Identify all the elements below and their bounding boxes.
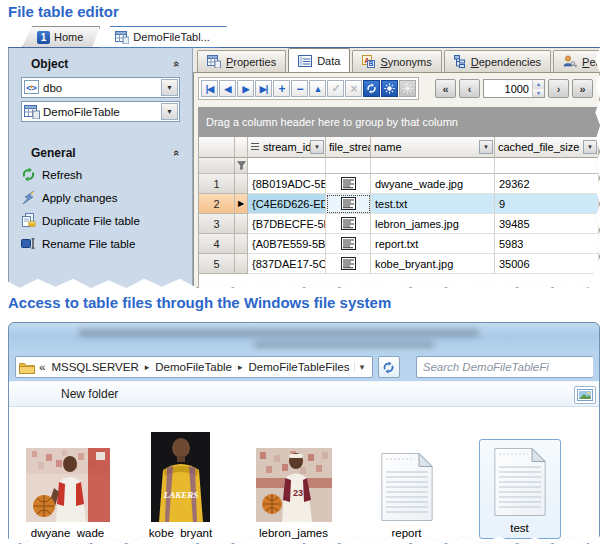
stop-refresh-button[interactable] bbox=[399, 80, 416, 97]
column-header-stream-id[interactable]: stream_id▼ bbox=[248, 137, 326, 158]
cell-stream-id[interactable]: {B7DBECFE-5B bbox=[248, 214, 326, 234]
cell-file-stream[interactable] bbox=[326, 174, 371, 194]
breadcrumb-item[interactable]: MSSQLSERVER bbox=[51, 361, 138, 373]
next-page-button[interactable]: › bbox=[548, 79, 569, 98]
cell-size[interactable]: 29362 bbox=[495, 174, 599, 194]
tab-demofiletable-label: DemoFileTabl... bbox=[133, 31, 209, 43]
explorer-titlebar[interactable] bbox=[9, 323, 599, 353]
cell-size[interactable]: 35006 bbox=[495, 254, 599, 274]
cell-stream-id[interactable]: {8B019ADC-5B bbox=[248, 174, 326, 194]
change-view-button[interactable] bbox=[574, 386, 596, 404]
filter-dropdown-icon[interactable]: ▼ bbox=[583, 140, 597, 154]
cell-name[interactable]: lebron_james.jpg bbox=[371, 214, 495, 234]
object-section-header[interactable]: Object « bbox=[9, 54, 192, 74]
file-item-lebron-james[interactable]: 23 lebron_james bbox=[237, 417, 350, 539]
page-size-value[interactable]: 1000 bbox=[484, 80, 532, 97]
spin-down-icon[interactable]: ▼ bbox=[533, 89, 544, 98]
page-size-spinner[interactable]: 1000 ▲ ▼ bbox=[483, 79, 545, 98]
table-dropdown[interactable]: DemoFileTable ▼ bbox=[21, 101, 180, 122]
table-row[interactable]: 1 {8B019ADC-5B dwyane_wade.jpg 29362 bbox=[199, 174, 599, 194]
filter-dropdown-icon[interactable]: ▼ bbox=[479, 140, 493, 154]
tab-home[interactable]: 1 Home bbox=[22, 26, 100, 47]
refresh-grid-button[interactable] bbox=[363, 80, 380, 97]
column-header-name[interactable]: name▼ bbox=[371, 137, 495, 158]
collapse-chevron-icon[interactable]: « bbox=[171, 61, 183, 67]
cell-file-stream[interactable] bbox=[326, 214, 371, 234]
filter-cell[interactable] bbox=[326, 158, 371, 174]
tab-properties[interactable]: Properties bbox=[197, 50, 286, 72]
cell-stream-id[interactable]: {837DAE17-5C bbox=[248, 254, 326, 274]
schema-icon: <> bbox=[24, 80, 40, 95]
filter-cell[interactable] bbox=[371, 158, 495, 174]
schema-dropdown-arrow[interactable]: ▼ bbox=[161, 79, 178, 96]
cell-name[interactable]: report.txt bbox=[371, 234, 495, 254]
table-dropdown-arrow[interactable]: ▼ bbox=[161, 103, 178, 120]
schema-dropdown[interactable]: <> dbo ▼ bbox=[21, 77, 180, 98]
breadcrumb-overflow-icon[interactable]: « bbox=[39, 361, 45, 373]
column-header-cached-file-size[interactable]: cached_file_size▼ bbox=[495, 137, 599, 158]
search-input[interactable] bbox=[423, 357, 587, 377]
prev-record-button[interactable]: ◀ bbox=[219, 80, 236, 97]
sidebar-item-duplicate-file-table[interactable]: Duplicate File table bbox=[9, 209, 192, 232]
editor-body: Object « <> dbo ▼ DemoFileTable ▼ Genera… bbox=[8, 48, 600, 288]
breadcrumb-item[interactable]: DemoFileTableFiles bbox=[249, 361, 350, 373]
file-item-test-selected[interactable]: test bbox=[463, 417, 576, 539]
group-by-bar[interactable]: Drag a column header here to group by th… bbox=[198, 107, 599, 137]
post-edit-button[interactable]: ✓ bbox=[327, 80, 344, 97]
file-item-dwyane-wade[interactable]: dwyane_wade bbox=[11, 417, 124, 539]
tab-synonyms[interactable]: AB Synonyms bbox=[352, 50, 441, 72]
cell-name[interactable]: dwyane_wade.jpg bbox=[371, 174, 495, 194]
table-row[interactable]: 3 {B7DBECFE-5B lebron_james.jpg 39485 bbox=[199, 214, 599, 234]
cell-stream-id[interactable]: {C4E6D626-ED bbox=[248, 194, 326, 214]
first-record-button[interactable]: |◀ bbox=[201, 80, 218, 97]
cell-file-stream[interactable] bbox=[326, 254, 371, 274]
prev-page-button[interactable]: ‹ bbox=[459, 79, 480, 98]
editor-sidebar: Object « <> dbo ▼ DemoFileTable ▼ Genera… bbox=[9, 48, 193, 288]
cell-size[interactable]: 5983 bbox=[495, 234, 599, 254]
last-record-button[interactable]: ▶| bbox=[255, 80, 272, 97]
address-dropdown-icon[interactable]: ▾ bbox=[354, 362, 370, 372]
first-page-button[interactable]: « bbox=[435, 79, 456, 98]
search-box[interactable] bbox=[416, 356, 593, 378]
filter-cell[interactable] bbox=[495, 158, 599, 174]
home-number-icon: 1 bbox=[37, 31, 50, 44]
cell-size[interactable]: 9 bbox=[495, 194, 599, 214]
cell-stream-id[interactable]: {A0B7E559-5BI bbox=[248, 234, 326, 254]
filter-dropdown-icon[interactable]: ▼ bbox=[310, 140, 324, 154]
filter-cell[interactable] bbox=[248, 158, 326, 174]
address-bar[interactable]: « MSSQLSERVER ▸ DemoFileTable ▸ DemoFile… bbox=[15, 356, 373, 378]
auto-refresh-button[interactable] bbox=[381, 80, 398, 97]
cell-size[interactable]: 39485 bbox=[495, 214, 599, 234]
new-folder-button[interactable]: New folder bbox=[61, 387, 118, 401]
sidebar-item-rename-file-table[interactable]: Rename File table bbox=[9, 232, 192, 255]
file-item-report[interactable]: report bbox=[350, 417, 463, 539]
cell-name[interactable]: test.txt bbox=[371, 194, 495, 214]
general-section-header[interactable]: General « bbox=[9, 143, 192, 163]
collapse-chevron-icon[interactable]: « bbox=[171, 150, 183, 156]
tab-dependencies[interactable]: Dependencies bbox=[444, 50, 551, 72]
next-record-button[interactable]: ▶ bbox=[237, 80, 254, 97]
insert-record-button[interactable]: + bbox=[273, 80, 290, 97]
delete-record-button[interactable]: − bbox=[291, 80, 308, 97]
column-header-file-stream[interactable]: file_stream bbox=[326, 137, 371, 158]
cell-file-stream[interactable] bbox=[326, 194, 371, 214]
cell-name[interactable]: kobe_bryant.jpg bbox=[371, 254, 495, 274]
cancel-edit-button[interactable]: × bbox=[345, 80, 362, 97]
sidebar-item-apply-changes[interactable]: Apply changes bbox=[9, 186, 192, 209]
spin-up-icon[interactable]: ▲ bbox=[533, 80, 544, 89]
tab-demofiletable[interactable]: DemoFileTabl... bbox=[100, 26, 226, 48]
blob-icon bbox=[341, 257, 356, 270]
refresh-button[interactable] bbox=[378, 356, 400, 378]
table-row-current[interactable]: 2 ▶ {C4E6D626-ED test.txt 9 bbox=[199, 194, 599, 214]
edit-record-button[interactable]: ▲ bbox=[309, 80, 326, 97]
breadcrumb-item[interactable]: DemoFileTable bbox=[155, 361, 232, 373]
last-page-button[interactable]: » bbox=[572, 79, 593, 98]
cell-file-stream[interactable] bbox=[326, 234, 371, 254]
table-row[interactable]: 5 {837DAE17-5C kobe_bryant.jpg 35006 bbox=[199, 254, 599, 274]
file-item-kobe-bryant[interactable]: LAKERS kobe_bryant bbox=[124, 417, 237, 539]
sidebar-item-refresh[interactable]: Refresh bbox=[9, 163, 192, 186]
tab-data[interactable]: Data bbox=[288, 48, 350, 72]
lebron-james-thumbnail: 23 bbox=[256, 448, 332, 522]
table-row[interactable]: 4 {A0B7E559-5BI report.txt 5983 bbox=[199, 234, 599, 254]
tab-permissions[interactable]: Permissions bbox=[553, 50, 600, 72]
